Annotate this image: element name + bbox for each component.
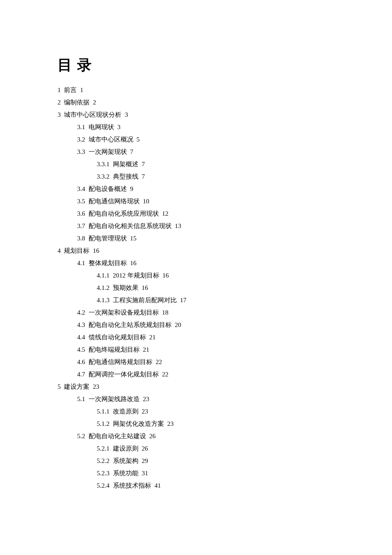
toc-entry-page: 18 bbox=[162, 309, 168, 316]
toc-entry-title: 编制依据 bbox=[64, 99, 89, 106]
toc-entry-title: 配电自动化相关信息系统现状 bbox=[89, 223, 172, 229]
toc-entry: 4.1.2 预期效果 16 bbox=[58, 285, 341, 291]
toc-entry-page: 17 bbox=[180, 297, 187, 304]
toc-entry-title: 2012 年规划目标 bbox=[113, 272, 159, 279]
toc-entry-page: 3 bbox=[125, 111, 128, 118]
toc-entry-page: 3 bbox=[117, 124, 121, 130]
toc-entry-title: 城市中心区概况 bbox=[89, 136, 133, 143]
toc-entry-number: 3.8 bbox=[77, 235, 85, 242]
toc-entry-title: 网架概述 bbox=[113, 161, 138, 168]
toc-entry-number: 4.2 bbox=[77, 309, 85, 316]
toc-entry-number: 5.2 bbox=[77, 433, 85, 439]
toc-entry-number: 3.6 bbox=[77, 210, 85, 217]
toc-entry-title: 配电自动化主站系统规划目标 bbox=[89, 321, 172, 328]
toc-entry-number: 4.1.2 bbox=[97, 284, 110, 291]
toc-entry: 5.1.1 改造原则 23 bbox=[58, 408, 341, 415]
toc-entry-page: 23 bbox=[167, 420, 174, 427]
toc-entry-title: 电网现状 bbox=[89, 124, 114, 130]
toc-entry-number: 5.2.1 bbox=[97, 445, 110, 452]
toc-entry-number: 4.1.3 bbox=[97, 297, 110, 304]
toc-entry-number: 4.6 bbox=[77, 358, 85, 365]
toc-entry-title: 馈线自动化规划目标 bbox=[89, 334, 146, 341]
toc-entry-title: 建设方案 bbox=[64, 383, 89, 390]
toc-entry-title: 建设原则 bbox=[113, 445, 138, 452]
toc-entry: 2 编制依据 2 bbox=[58, 99, 341, 106]
toc-entry: 3.2 城市中心区概况 5 bbox=[58, 136, 341, 143]
toc-entry-page: 21 bbox=[149, 334, 156, 341]
toc-entry: 3.3.1 网架概述 7 bbox=[58, 161, 341, 168]
toc-entry: 3.6 配电自动化系统应用现状 12 bbox=[58, 211, 341, 217]
toc-entry-number: 3.2 bbox=[77, 136, 85, 143]
toc-entry-page: 1 bbox=[80, 87, 84, 93]
toc-entry-title: 配电自动化主站建设 bbox=[89, 433, 146, 439]
toc-entry-title: 配电自动化系统应用现状 bbox=[89, 210, 159, 217]
toc-entry-title: 配网调控一体化规划目标 bbox=[89, 371, 159, 378]
toc-entry-page: 22 bbox=[156, 358, 162, 365]
toc-entry: 5.2 配电自动化主站建设 26 bbox=[58, 433, 341, 439]
toc-entry: 3 城市中心区现状分析 3 bbox=[58, 112, 341, 118]
toc-entry-number: 3 bbox=[58, 111, 61, 118]
toc-entry-page: 26 bbox=[142, 445, 148, 452]
toc-entry-title: 配电终端规划目标 bbox=[89, 346, 140, 353]
toc-entry-page: 16 bbox=[162, 272, 169, 279]
toc-entry-number: 4.1 bbox=[77, 260, 85, 266]
toc-entry-page: 31 bbox=[142, 470, 148, 477]
toc-entry-number: 5.1.2 bbox=[97, 420, 110, 427]
toc-entry-title: 系统功能 bbox=[113, 470, 138, 477]
toc-entry-title: 一次网架现状 bbox=[89, 148, 127, 155]
toc-entry-title: 改造原则 bbox=[113, 408, 138, 415]
toc-entry: 4.4 馈线自动化规划目标 21 bbox=[58, 334, 341, 341]
toc-entry-title: 整体规划目标 bbox=[89, 260, 127, 266]
toc-entry: 3.5 配电通信网络现状 10 bbox=[58, 198, 341, 205]
toc-entry-title: 系统架构 bbox=[113, 457, 138, 464]
toc-entry-page: 7 bbox=[142, 161, 145, 168]
toc-entry: 5.2.3 系统功能 31 bbox=[58, 470, 341, 477]
toc-entry-number: 5.2.3 bbox=[97, 470, 110, 477]
toc-entry: 3.7 配电自动化相关信息系统现状 13 bbox=[58, 223, 341, 229]
toc-entry-number: 3.1 bbox=[77, 124, 85, 130]
toc-entry-page: 23 bbox=[93, 383, 99, 390]
toc-entry-page: 5 bbox=[136, 136, 140, 143]
toc-entry-title: 网架优化改造方案 bbox=[113, 420, 164, 427]
toc-entry-number: 1 bbox=[58, 87, 61, 93]
toc-entry-page: 13 bbox=[175, 223, 181, 229]
toc-entry-title: 系统技术指标 bbox=[113, 482, 151, 489]
toc-entry-title: 一次网架线路改造 bbox=[89, 396, 140, 402]
toc-entry-page: 22 bbox=[162, 371, 168, 378]
toc-entry-number: 3.4 bbox=[77, 185, 85, 192]
toc-entry-page: 12 bbox=[162, 210, 168, 217]
toc-entry-number: 5.2.4 bbox=[97, 482, 110, 489]
toc-entry-title: 规划目标 bbox=[64, 247, 89, 254]
toc-entry-page: 16 bbox=[130, 260, 136, 266]
toc-entry: 5.1 一次网架线路改造 23 bbox=[58, 396, 341, 402]
toc-entry-number: 4.4 bbox=[77, 334, 85, 341]
toc-entry-page: 23 bbox=[143, 396, 149, 402]
toc-entry-number: 3.5 bbox=[77, 198, 85, 205]
toc-entry-number: 4.7 bbox=[77, 371, 85, 378]
toc-entry-page: 20 bbox=[175, 321, 181, 328]
toc-entry-page: 23 bbox=[142, 408, 148, 415]
toc-entry-page: 21 bbox=[143, 346, 149, 353]
toc-entry: 4 规划目标 16 bbox=[58, 248, 341, 254]
toc-entry-number: 5.1 bbox=[77, 396, 85, 402]
toc-entry: 5.2.4 系统技术指标 41 bbox=[58, 483, 341, 489]
toc-entry-page: 26 bbox=[149, 433, 156, 439]
toc-entry: 5 建设方案 23 bbox=[58, 384, 341, 390]
toc-entry-page: 2 bbox=[93, 99, 96, 106]
toc-entry-page: 29 bbox=[142, 457, 148, 464]
toc-entry-title: 配电设备概述 bbox=[89, 185, 127, 192]
toc-entry-title: 典型接线 bbox=[113, 173, 138, 180]
toc-entry-title: 一次网架和设备规划目标 bbox=[89, 309, 159, 316]
toc-entry: 4.1.3 工程实施前后配网对比 17 bbox=[58, 297, 341, 304]
toc-entry-title: 配电管理现状 bbox=[89, 235, 127, 242]
document-page: 目录 1 前言 12 编制依据 23 城市中心区现状分析 33.1 电网现状 3… bbox=[0, 0, 392, 555]
toc-entry: 4.3 配电自动化主站系统规划目标 20 bbox=[58, 322, 341, 328]
toc-entry-page: 15 bbox=[130, 235, 136, 242]
toc-entry-title: 配电通信网络现状 bbox=[89, 198, 140, 205]
toc-entry-page: 16 bbox=[142, 284, 148, 291]
toc-entry: 1 前言 1 bbox=[58, 87, 341, 93]
toc-entry-page: 41 bbox=[155, 482, 161, 489]
toc-entry-page: 10 bbox=[143, 198, 149, 205]
toc-entry: 5.2.2 系统架构 29 bbox=[58, 458, 341, 464]
toc-entry-page: 7 bbox=[130, 148, 133, 155]
